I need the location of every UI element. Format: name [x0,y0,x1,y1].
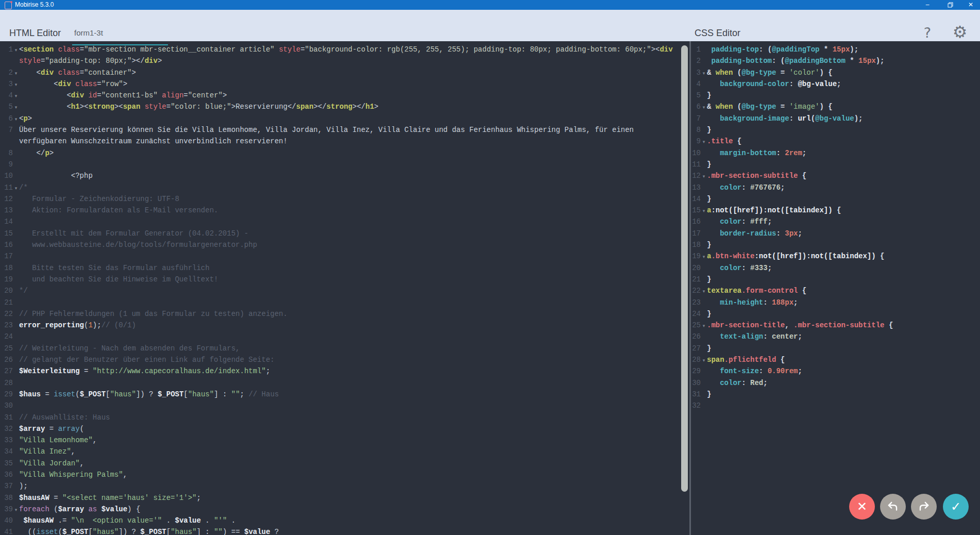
code-line[interactable]: 14 [0,216,689,227]
code-line[interactable]: 28▾span.pflichtfeld { [691,354,980,365]
code-line[interactable]: 30 [0,400,689,411]
code-line[interactable]: 31} [691,389,980,400]
code-line[interactable]: 21} [691,274,980,285]
code-line[interactable]: 8 </p> [0,147,689,159]
fold-arrow-icon[interactable]: ▾ [13,44,19,55]
code-line[interactable]: 9 [0,159,689,170]
code-line[interactable]: 10 margin-bottom: 2rem; [691,147,980,159]
code-line[interactable]: 26// gelangt der Benutzer über einen Lin… [0,354,689,365]
code-line[interactable]: 36"Villa Whispering Palms", [0,469,689,480]
code-line[interactable]: 10 <?php [0,170,689,181]
code-line[interactable]: 22▾textarea.form-control { [691,285,980,296]
code-line[interactable]: 15 Erstellt mit dem Formular Generator (… [0,228,689,239]
code-line[interactable]: 31// Auswahlliste: Haus [0,412,689,423]
code-line[interactable]: 25▾.mbr-section-title, .mbr-section-subt… [691,320,980,331]
code-line[interactable]: 30 color: Red; [691,377,980,389]
fold-arrow-icon[interactable]: ▾ [701,354,707,365]
fold-arrow-icon[interactable]: ▾ [701,101,707,112]
undo-button[interactable] [880,494,906,520]
code-line[interactable]: 4▾ <div id="content1-bs" align="center"> [0,90,689,101]
fold-arrow-icon[interactable]: ▾ [701,285,707,296]
code-line[interactable]: 14} [691,193,980,205]
code-line[interactable]: 23 min-height: 188px; [691,297,980,308]
help-icon[interactable]: ? [919,25,936,41]
code-line[interactable]: 34"Villa Inez", [0,446,689,457]
code-line[interactable]: 17 [0,250,689,262]
code-line[interactable]: 2▾ <div class="container"> [0,67,689,78]
redo-button[interactable] [911,494,937,520]
code-line[interactable]: 20 color: #333; [691,262,980,274]
code-line[interactable]: 29$haus = isset($_POST["haus"]) ? $_POST… [0,389,689,400]
fold-arrow-icon[interactable]: ▾ [701,170,707,181]
code-line[interactable]: 7 background-image: url(@bg-value); [691,113,980,124]
code-line[interactable]: 6▾<p> [0,113,689,124]
fold-arrow-icon[interactable]: ▾ [701,205,707,216]
fold-arrow-icon[interactable]: ▾ [13,67,19,78]
fold-arrow-icon[interactable]: ▾ [13,182,19,193]
html-code-pane[interactable]: 1▾<section class="mbr-section mbr-sectio… [0,41,689,535]
code-line[interactable]: 20*/ [0,285,689,296]
code-line[interactable]: 6▾& when (@bg-type = 'image') { [691,101,980,112]
code-line[interactable]: 16 color: #fff; [691,216,980,227]
code-line[interactable]: 29 font-size: 0.90rem; [691,365,980,377]
code-line[interactable]: 18 Bitte testen Sie das Formular ausführ… [0,262,689,274]
code-line[interactable]: 27} [691,343,980,354]
code-line[interactable]: 4 background-color: @bg-value; [691,78,980,90]
code-line[interactable]: style="padding-top: 80px;"></div> [0,55,689,66]
code-line[interactable]: 27$Weiterleitung = "http://www.capecoral… [0,365,689,377]
code-line[interactable]: 12 Formular - Zeichenkodierung: UTF-8 [0,193,689,205]
fold-arrow-icon[interactable]: ▾ [13,113,19,124]
code-line[interactable]: 37); [0,480,689,492]
fold-arrow-icon[interactable]: ▾ [701,250,707,262]
code-line[interactable]: 2 padding-bottom: (@paddingBottom * 15px… [691,55,980,66]
code-line[interactable]: 24} [691,308,980,320]
code-line[interactable]: 8} [691,124,980,136]
settings-gear-icon[interactable]: ⚙ [950,22,970,42]
code-line[interactable]: 5▾ <h1><strong><span style="color: blue;… [0,101,689,112]
maximize-button[interactable] [941,0,959,10]
code-line[interactable]: 38$hausAW = "<select name='haus' size='1… [0,492,689,504]
cancel-button[interactable]: ✕ [849,494,875,520]
code-line[interactable]: 17 border-radius: 3px; [691,228,980,239]
code-line[interactable]: 39▾foreach ($array as $value) { [0,504,689,515]
fold-arrow-icon[interactable]: ▾ [13,504,19,515]
code-line[interactable]: 23error_reporting(1);// (0/1) [0,320,689,331]
code-line[interactable]: 19 und beachten Sie die Hinweise im Quel… [0,274,689,285]
fold-arrow-icon[interactable]: ▾ [13,101,19,112]
fold-arrow-icon[interactable]: ▾ [701,67,707,78]
code-line[interactable]: 1 padding-top: (@paddingTop * 15px); [691,44,980,55]
code-line[interactable]: 35"Villa Jordan", [0,458,689,469]
code-line[interactable]: 32 [691,400,980,411]
code-line[interactable]: 32$array = array( [0,423,689,434]
code-line[interactable]: 19▾a.btn-white:not([href]):not([tabindex… [691,250,980,262]
fold-arrow-icon[interactable]: ▾ [701,320,707,331]
minimize-button[interactable]: – [918,0,937,10]
code-line[interactable]: 18} [691,239,980,250]
code-line[interactable]: 33"Villa Lemonhome", [0,434,689,446]
close-button[interactable]: ✕ [961,0,980,10]
code-line[interactable]: 26 text-align: center; [691,331,980,342]
code-line[interactable]: 28 [0,377,689,389]
code-line[interactable]: verfügbaren Wunschzeitraum zunächst unve… [0,136,689,147]
code-line[interactable]: 24 [0,331,689,342]
code-line[interactable]: 21 [0,297,689,308]
code-line[interactable]: 12▾.mbr-section-subtitle { [691,170,980,181]
fold-arrow-icon[interactable]: ▾ [13,90,19,101]
fold-arrow-icon[interactable]: ▾ [701,136,707,147]
code-line[interactable]: 13 color: #767676; [691,182,980,193]
code-line[interactable]: 3▾ <div class="row"> [0,78,689,90]
fold-arrow-icon[interactable]: ▾ [13,78,19,90]
code-line[interactable]: 25// Weiterleitung - Nach dem absenden d… [0,343,689,354]
code-line[interactable]: 11▾/* [0,182,689,193]
html-pane-scrollbar[interactable] [681,45,688,492]
code-line[interactable]: 7Über unsere Reservierung können Sie die… [0,124,689,136]
code-line[interactable]: 15▾a:not([href]):not([tabindex]) { [691,205,980,216]
code-line[interactable]: 3▾& when (@bg-type = 'color') { [691,67,980,78]
code-line[interactable]: 9▾.title { [691,136,980,147]
confirm-button[interactable]: ✓ [943,494,969,520]
code-line[interactable]: 5} [691,90,980,101]
code-line[interactable]: 41 ((isset($_POST["haus"]) ? $_POST["hau… [0,526,689,535]
code-line[interactable]: 22// PHP Fehlermeldungen (1 um das Formu… [0,308,689,320]
code-line[interactable]: 40 $hausAW .= "\n <option value='" . $va… [0,515,689,526]
code-line[interactable]: 1▾<section class="mbr-section mbr-sectio… [0,44,689,55]
